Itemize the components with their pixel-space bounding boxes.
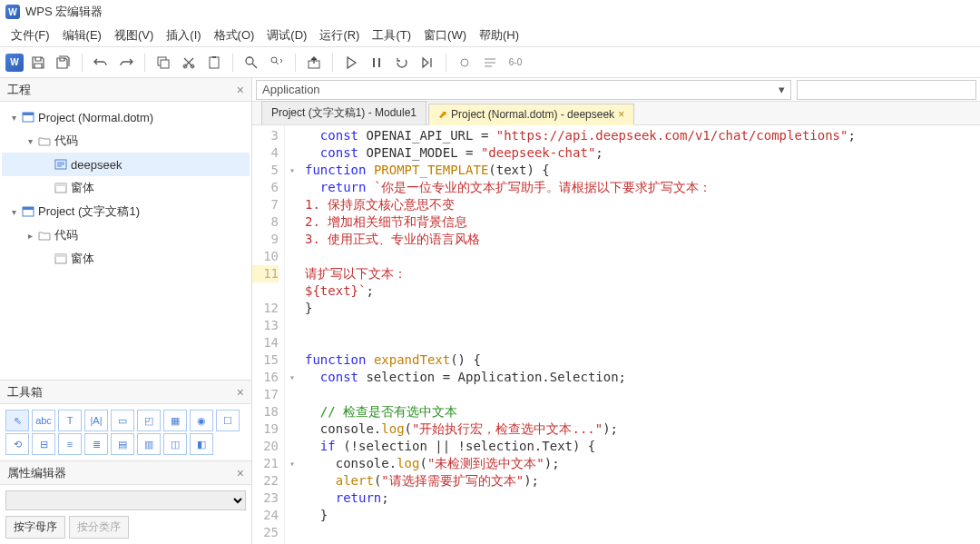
toolbox-item[interactable]: ▤ [111,433,134,455]
toolbox-item[interactable]: ◫ [163,433,187,455]
tree-node-icon [53,158,69,171]
watch-icon[interactable]: 6-0 [505,52,526,74]
menu-item[interactable]: 编辑(E) [57,25,107,46]
fold-gutter[interactable]: ▾ ▾ ▾ [285,125,299,544]
svg-rect-18 [55,254,66,257]
tree-node-icon [36,134,53,147]
breakpoint-icon[interactable] [454,52,475,74]
code-editor[interactable]: 3 4 5 6 7 8 9 10 11 12 13 14 15 16 17 18… [252,125,980,544]
tree-node[interactable]: 窗体 [2,176,250,200]
restart-icon[interactable] [391,52,413,74]
menu-item[interactable]: 运行(R) [314,25,365,46]
tree-node-label: deepseek [71,158,122,172]
menu-item[interactable]: 窗口(W) [418,25,472,46]
object-select[interactable]: Application ▾ [256,80,791,100]
toolbox-item[interactable]: ▦ [163,410,187,431]
pause-icon[interactable] [366,52,387,74]
tree-node[interactable]: ▾Project (文字文稿1) [2,200,250,223]
tree-arrow-icon[interactable]: ▸ [24,231,36,241]
tree-node-icon [53,182,69,194]
toolbox-item[interactable]: ◧ [190,433,213,455]
menu-item[interactable]: 插入(I) [161,25,206,46]
toolbox-item[interactable]: ⇖ [5,410,29,431]
toolbox-item[interactable]: ☐ [216,410,240,431]
property-object-select[interactable] [5,490,246,510]
tree-node[interactable]: ▾代码 [2,129,250,153]
toolbox-item[interactable]: ▭ [111,410,134,431]
close-icon[interactable]: × [237,83,244,97]
copy-icon[interactable] [152,52,174,74]
step-icon[interactable] [416,52,438,74]
svg-rect-4 [210,57,219,68]
tree-node[interactable]: 窗体 [2,247,250,271]
chevron-down-icon: ▾ [779,83,785,96]
menu-item[interactable]: 工具(T) [367,25,416,46]
redo-icon[interactable] [115,52,137,74]
toolbox-item[interactable]: ⟲ [5,433,29,455]
save-icon[interactable] [27,52,49,74]
object-select-value: Application [262,83,320,96]
left-pane: 工程 × ▾Project (Normal.dotm)▾代码deepseek窗体… [0,78,252,544]
close-icon[interactable]: × [618,108,624,121]
menu-item[interactable]: 视图(V) [109,25,159,46]
close-icon[interactable]: × [237,466,244,480]
comment-icon[interactable] [479,52,501,74]
toolbox-item[interactable]: ≣ [84,433,108,455]
line-gutter: 3 4 5 6 7 8 9 10 11 12 13 14 15 16 17 18… [252,125,285,544]
export-icon[interactable] [303,52,325,74]
paste-icon[interactable] [203,52,225,74]
procedure-select[interactable] [797,80,976,100]
find-icon[interactable] [240,52,262,74]
wps-icon[interactable]: W [5,54,24,72]
toolbox-item[interactable]: ⊟ [32,433,55,455]
tree-node[interactable]: ▾Project (Normal.dotm) [2,105,250,129]
app-logo: W [5,5,20,19]
tree-arrow-icon[interactable]: ▾ [7,207,20,217]
toolbox-item[interactable]: |A| [84,410,108,431]
code-area[interactable]: const OPENAI_API_URL = "https://api.deep… [299,125,980,544]
cut-icon[interactable] [178,52,200,74]
replace-icon[interactable] [266,52,288,74]
project-tree: ▾Project (Normal.dotm)▾代码deepseek窗体▾Proj… [0,102,251,380]
project-panel-header: 工程 × [0,78,251,102]
toolbox-item[interactable]: ◰ [137,410,161,431]
svg-rect-16 [23,207,34,210]
menubar: 文件(F)编辑(E)视图(V)插入(I)格式(O)调试(D)运行(R)工具(T)… [0,24,980,47]
menu-item[interactable]: 调试(D) [261,25,312,46]
menu-item[interactable]: 格式(O) [209,25,260,46]
tree-node[interactable]: deepseek [2,153,250,176]
tree-node[interactable]: ▸代码 [2,223,250,247]
sort-alpha-button[interactable]: 按字母序 [5,516,65,539]
tree-node-label: Project (Normal.dotm) [38,111,153,124]
menu-item[interactable]: 帮助(H) [474,25,524,46]
close-icon[interactable]: × [237,385,244,400]
tree-node-icon [20,205,36,218]
toolbox-item[interactable]: abc [32,410,55,431]
tree-arrow-icon[interactable]: ▾ [24,136,36,146]
tree-node-label: 代码 [54,133,78,149]
menu-item[interactable]: 文件(F) [5,25,55,46]
right-pane: Application ▾ Project (文字文稿1) - Module1⬈… [252,78,980,544]
tree-arrow-icon[interactable]: ▾ [7,113,20,123]
toolbar: W 6-0 [0,47,980,78]
pin-icon: ⬈ [438,108,447,121]
run-icon[interactable] [340,52,362,74]
editor-tab[interactable]: ⬈Project (Normal.dotm) - deepseek× [428,104,634,125]
toolbox-item[interactable]: T [58,410,82,431]
svg-point-6 [246,57,253,64]
toolbox-item[interactable]: ▥ [137,433,161,455]
editor-tabs: Project (文字文稿1) - Module1⬈Project (Norma… [252,102,980,125]
toolbox-title: 工具箱 [7,384,43,401]
undo-icon[interactable] [90,52,112,74]
save-all-icon[interactable] [53,52,74,74]
tree-node-label: 窗体 [71,180,94,196]
tree-node-label: 窗体 [71,251,94,267]
tab-label: Project (文字文稿1) - Module1 [271,105,416,121]
tree-node-icon [53,252,69,265]
sort-group-button[interactable]: 按分类序 [69,516,129,539]
toolbox-item[interactable]: ◉ [190,410,213,431]
editor-tab[interactable]: Project (文字文稿1) - Module1 [261,101,426,124]
toolbox-item[interactable]: ≡ [58,433,82,455]
object-bar: Application ▾ [252,78,980,102]
tree-node-icon [20,111,36,124]
